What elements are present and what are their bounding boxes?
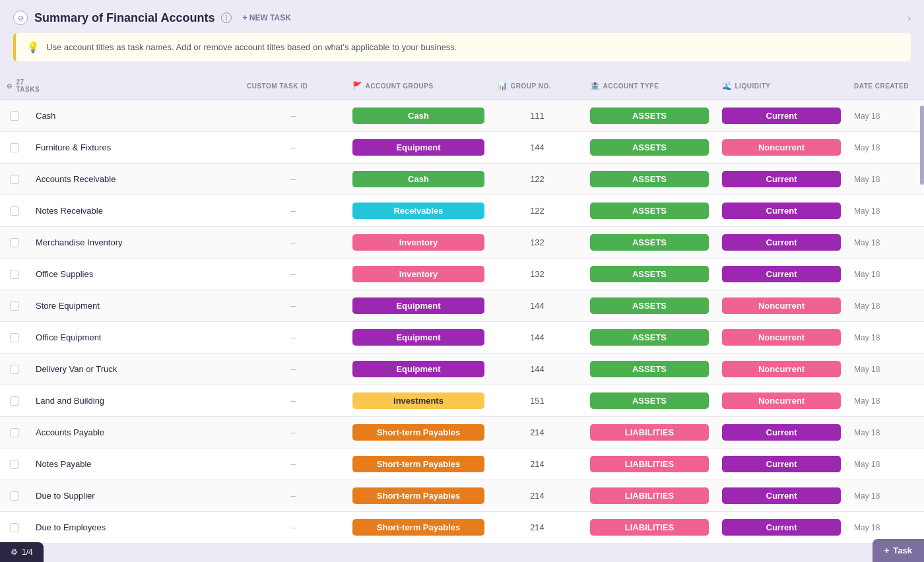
task-name-cell: Land and Building [29, 385, 240, 416]
liquidity-cell: Current [715, 164, 847, 195]
group-no-value: 144 [530, 142, 544, 152]
table-row[interactable]: Due to Employees – Short-term Payables 2… [0, 512, 924, 544]
table-row[interactable]: Accounts Receivable – Cash 122 ASSETS Cu… [0, 164, 924, 195]
tasks-table: ⊖ 27 TASKS CUSTOM TASK ID 🚩 ACCOUNT GROU… [0, 72, 924, 544]
liquidity-cell: Current [715, 480, 847, 511]
date-created-cell: May 18 [847, 100, 924, 131]
table-row[interactable]: Store Equipment – Equipment 144 ASSETS N… [0, 290, 924, 322]
row-checkbox[interactable] [10, 523, 19, 532]
group-no-value: 214 [530, 491, 544, 501]
row-checkbox-cell [0, 385, 29, 416]
group-no-value: 144 [530, 301, 544, 311]
row-checkbox[interactable] [10, 238, 19, 247]
col-account-groups-label: ACCOUNT GROUPS [366, 82, 434, 90]
row-checkbox[interactable] [10, 333, 19, 342]
account-group-cell: Equipment [346, 322, 491, 353]
liquidity-cell: Current [715, 417, 847, 448]
custom-id-cell: – [240, 259, 346, 290]
collapse-tasks-icon[interactable]: ⊖ [7, 82, 13, 90]
table-row[interactable]: Furniture & Fixtures – Equipment 144 ASS… [0, 132, 924, 164]
tip-banner: 💡 Use account titles as task names. Add … [13, 33, 911, 61]
date-created-value: May 18 [854, 428, 880, 437]
account-type-cell: ASSETS [583, 227, 715, 258]
group-no-value: 132 [530, 269, 544, 279]
group-no-icon: 📊 [498, 81, 508, 90]
liquidity-badge: Noncurrent [722, 361, 841, 377]
custom-id-value: – [290, 522, 295, 532]
table-row[interactable]: Notes Receivable – Receivables 122 ASSET… [0, 195, 924, 227]
row-checkbox[interactable] [10, 175, 19, 184]
liquidity-icon: 🌊 [722, 81, 733, 90]
custom-id-cell: – [240, 227, 346, 258]
date-created-cell: May 18 [847, 195, 924, 226]
collapse-button[interactable]: ⊖ [13, 11, 28, 25]
table-row[interactable]: Accounts Payable – Short-term Payables 2… [0, 417, 924, 449]
row-checkbox[interactable] [10, 206, 19, 216]
col-date-created: DATE CREATED [847, 72, 924, 100]
date-created-value: May 18 [854, 333, 880, 342]
table-row[interactable]: Cash – Cash 111 ASSETS Current May 18 [0, 100, 924, 132]
row-checkbox[interactable] [10, 143, 19, 152]
account-type-cell: LIABILITIES [583, 417, 715, 448]
new-task-button[interactable]: + NEW TASK [238, 11, 294, 24]
group-no-cell: 144 [491, 132, 583, 163]
row-checkbox[interactable] [10, 428, 19, 437]
custom-id-cell: – [240, 132, 346, 163]
account-type-cell: LIABILITIES [583, 480, 715, 511]
account-type-cell: ASSETS [583, 354, 715, 385]
custom-id-value: – [290, 142, 295, 152]
table-row[interactable]: Merchandise Inventory – Inventory 132 AS… [0, 227, 924, 259]
info-icon[interactable]: i [221, 13, 232, 23]
row-checkbox-cell [0, 480, 29, 511]
account-group-cell: Investments [346, 385, 491, 416]
row-checkbox[interactable] [10, 301, 19, 311]
liquidity-badge: Current [722, 519, 841, 536]
task-name-cell: Store Equipment [29, 290, 240, 321]
date-created-cell: May 18 [847, 322, 924, 353]
row-checkbox[interactable] [10, 460, 19, 469]
account-type-icon: 🏦 [590, 81, 601, 90]
table-row[interactable]: Notes Payable – Short-term Payables 214 … [0, 449, 924, 480]
table-row[interactable]: Office Supplies – Inventory 132 ASSETS C… [0, 259, 924, 290]
account-type-badge: ASSETS [590, 171, 709, 187]
group-no-cell: 214 [491, 512, 583, 543]
scroll-indicator [920, 106, 924, 185]
account-type-badge: ASSETS [590, 329, 709, 346]
task-name: Cash [36, 111, 55, 121]
group-no-cell: 214 [491, 417, 583, 448]
table-row[interactable]: Delivery Van or Truck – Equipment 144 AS… [0, 354, 924, 385]
row-checkbox[interactable] [10, 396, 19, 406]
col-custom-id: CUSTOM TASK ID [240, 72, 346, 100]
custom-id-value: – [290, 332, 295, 342]
date-created-cell: May 18 [847, 132, 924, 163]
date-created-cell: May 18 [847, 259, 924, 290]
col-tasks: ⊖ 27 TASKS [0, 72, 29, 100]
liquidity-badge: Current [722, 487, 841, 504]
row-checkbox[interactable] [10, 111, 19, 121]
row-checkbox[interactable] [10, 491, 19, 501]
row-checkbox-cell [0, 132, 29, 163]
account-group-badge: Cash [352, 108, 484, 124]
custom-id-cell: – [240, 449, 346, 480]
add-task-button[interactable]: + Task [873, 539, 924, 562]
task-name-cell: Notes Receivable [29, 195, 240, 226]
account-type-cell: ASSETS [583, 100, 715, 131]
account-type-badge: LIABILITIES [590, 424, 709, 441]
group-no-value: 144 [530, 364, 544, 374]
liquidity-badge: Noncurrent [722, 329, 841, 346]
liquidity-badge: Current [722, 266, 841, 282]
account-type-badge: ASSETS [590, 139, 709, 156]
table-row[interactable]: Due to Supplier – Short-term Payables 21… [0, 480, 924, 512]
account-type-cell: ASSETS [583, 259, 715, 290]
table-row[interactable]: Land and Building – Investments 151 ASSE… [0, 385, 924, 417]
task-name: Notes Payable [36, 459, 92, 469]
row-checkbox[interactable] [10, 270, 19, 279]
table-row[interactable]: Office Equipment – Equipment 144 ASSETS … [0, 322, 924, 354]
row-checkbox-cell [0, 322, 29, 353]
row-checkbox[interactable] [10, 365, 19, 374]
add-task-icon: + [884, 546, 890, 555]
group-no-value: 132 [530, 237, 544, 247]
liquidity-cell: Current [715, 512, 847, 543]
liquidity-cell: Current [715, 100, 847, 131]
liquidity-badge: Noncurrent [722, 297, 841, 314]
